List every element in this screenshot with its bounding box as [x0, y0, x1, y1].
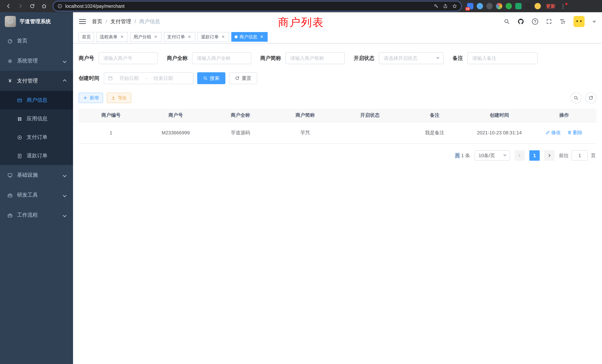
tab-refund-order[interactable]: 退款订单✕	[198, 32, 229, 42]
avatar[interactable]	[573, 16, 585, 27]
close-icon[interactable]: ✕	[119, 34, 125, 40]
cell-full-name: 芋道源码	[208, 122, 273, 143]
bookmark-star-icon[interactable]	[452, 4, 457, 9]
target-icon	[17, 134, 23, 140]
workflow-icon	[7, 212, 13, 218]
sidebar-item-infrastructure[interactable]: 基础设施	[0, 165, 73, 185]
breadcrumb-payment[interactable]: 支付管理	[110, 18, 131, 25]
sidebar-toggle-icon[interactable]	[79, 18, 86, 25]
toggle-search-button[interactable]	[570, 92, 582, 103]
annotation-merchant-list: 商户列表	[278, 15, 324, 30]
full-name-label: 商户全称	[167, 55, 192, 62]
document-icon	[17, 153, 23, 159]
browser-forward-icon[interactable]	[16, 1, 25, 11]
sidebar-item-workflow[interactable]: 工作流程	[0, 205, 73, 225]
refresh-table-button[interactable]	[585, 92, 596, 103]
extension-icon-3[interactable]	[486, 3, 493, 9]
export-button[interactable]: 导出	[107, 93, 131, 103]
remark-input[interactable]	[467, 52, 538, 64]
extension-icon-4[interactable]	[496, 3, 502, 9]
table-header-row: 商户编号 商户号 商户全称 商户简称 开启状态 备注 创建时间 操作	[79, 109, 596, 122]
status-select[interactable]: 请选择开启状态	[379, 52, 444, 64]
extension-badge: 10	[465, 7, 470, 11]
chevron-down-icon	[436, 57, 440, 59]
close-icon[interactable]: ✕	[221, 34, 226, 40]
remark-label: 备注	[453, 55, 467, 62]
tab-flow-form[interactable]: 流程表单✕	[96, 32, 128, 42]
search-icon[interactable]	[504, 19, 510, 24]
browser-menu-icon[interactable]: ⋮	[559, 3, 567, 9]
browser-update-button[interactable]: 更新	[546, 3, 555, 9]
sidebar-item-dev-tools[interactable]: 研发工具	[0, 185, 73, 205]
chevron-down-icon	[503, 154, 507, 157]
close-icon[interactable]: ✕	[259, 34, 264, 40]
extension-icon-8[interactable]	[535, 3, 541, 9]
date-end-input[interactable]	[150, 75, 177, 81]
address-bar[interactable]: localhost:1024/pay/merchant	[53, 1, 461, 11]
browser-chrome: localhost:1024/pay/merchant 10 更新 ⋮	[0, 0, 602, 12]
sidebar-item-pay-order[interactable]: 支付订单	[0, 128, 73, 146]
date-range-picker[interactable]: -	[104, 72, 194, 84]
sidebar-item-app-info[interactable]: 应用信息	[0, 109, 73, 128]
search-button[interactable]: 搜索	[197, 72, 225, 84]
extension-icon-6[interactable]	[515, 3, 522, 9]
app-title: 芋道管理系统	[20, 18, 51, 25]
tab-pay-order[interactable]: 支付订单✕	[164, 32, 195, 42]
pencil-icon	[546, 130, 550, 135]
extension-icon-7[interactable]	[525, 3, 531, 9]
browser-back-icon[interactable]	[4, 1, 13, 11]
edit-link[interactable]: 修改	[546, 129, 561, 136]
extension-icon-2[interactable]	[477, 3, 483, 9]
plus-icon	[83, 96, 87, 100]
goto-page-input[interactable]	[572, 150, 588, 161]
share-icon[interactable]	[443, 4, 448, 9]
sidebar-item-system-management[interactable]: 系统管理	[0, 51, 73, 71]
sidebar-item-home[interactable]: 首页	[0, 31, 73, 51]
browser-home-icon[interactable]	[39, 1, 49, 11]
date-start-input[interactable]	[115, 75, 143, 81]
refresh-icon	[235, 76, 239, 80]
github-icon[interactable]	[517, 18, 524, 25]
create-time-label: 创建时间	[79, 75, 104, 82]
tab-home[interactable]: 首页	[79, 32, 94, 42]
search-icon	[574, 96, 579, 100]
short-name-input[interactable]	[285, 52, 345, 64]
page-1-button[interactable]: 1	[529, 150, 540, 161]
prev-page-button[interactable]	[515, 150, 525, 161]
avatar-caret-icon[interactable]	[592, 19, 596, 24]
page-size-select[interactable]: 10条/页	[474, 150, 510, 161]
close-icon[interactable]: ✕	[153, 34, 158, 40]
password-key-icon[interactable]	[434, 4, 439, 9]
breadcrumb-home[interactable]: 首页	[92, 18, 102, 25]
full-name-input[interactable]	[192, 52, 251, 64]
chevron-down-icon	[63, 58, 66, 64]
extension-icon-1[interactable]: 10	[467, 3, 473, 9]
delete-link[interactable]: 删除	[567, 129, 582, 136]
tab-merchant-info[interactable]: 商户信息✕	[231, 32, 268, 42]
cell-create-time: 2021-10-23 08:31:14	[467, 122, 532, 143]
app-logo[interactable]: 🐱 芋道管理系统	[0, 12, 73, 31]
sidebar: 🐱 芋道管理系统 首页 系统管理 ¥ 支付管理 商户信息 应用信息	[0, 12, 73, 364]
site-info-icon[interactable]	[57, 4, 62, 9]
next-page-button[interactable]	[544, 150, 555, 161]
sidebar-item-merchant-info[interactable]: 商户信息	[0, 91, 73, 109]
browser-extensions: 10	[467, 3, 541, 9]
yen-icon: ¥	[7, 78, 13, 84]
search-icon	[203, 76, 208, 80]
merchant-no-input[interactable]	[99, 52, 158, 64]
font-size-icon[interactable]	[560, 19, 566, 24]
close-icon[interactable]: ✕	[187, 34, 192, 40]
merchant-table: 商户编号 商户号 商户全称 商户简称 开启状态 备注 创建时间 操作 1 M23…	[79, 109, 596, 144]
breadcrumb: 首页 / 支付管理 / 商户信息	[92, 18, 160, 25]
chevron-up-icon	[63, 78, 66, 84]
help-icon[interactable]: ?	[532, 18, 538, 25]
browser-refresh-icon[interactable]	[27, 1, 37, 11]
logo-avatar: 🐱	[5, 16, 16, 27]
sidebar-item-payment-management[interactable]: ¥ 支付管理	[0, 71, 73, 91]
reset-button[interactable]: 重置	[229, 72, 257, 84]
extension-icon-5[interactable]	[506, 3, 512, 9]
sidebar-item-refund-order[interactable]: 退款订单	[0, 146, 73, 165]
add-button[interactable]: 新增	[79, 93, 103, 103]
fullscreen-icon[interactable]	[546, 19, 552, 24]
tab-user-group[interactable]: 用户分组✕	[130, 32, 162, 42]
